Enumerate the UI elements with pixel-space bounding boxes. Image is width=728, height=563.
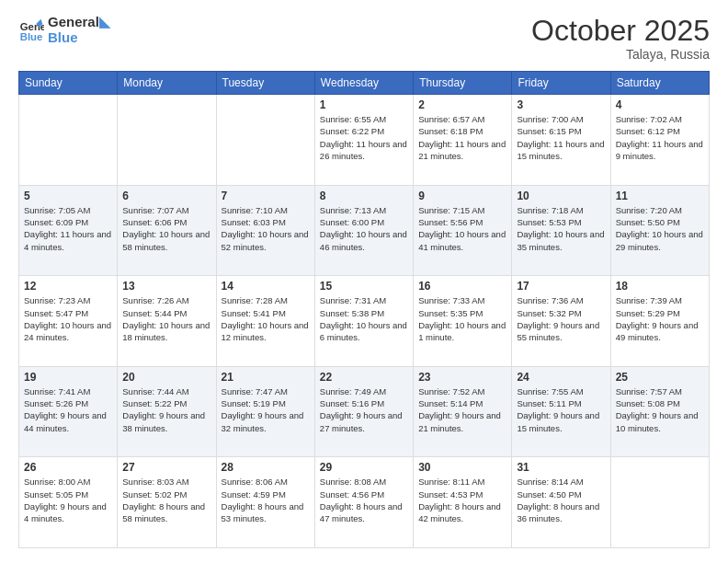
day-number: 26 bbox=[24, 461, 112, 474]
day-info: Sunrise: 7:05 AMSunset: 6:09 PMDaylight:… bbox=[24, 204, 112, 253]
day-number: 25 bbox=[616, 371, 704, 384]
calendar-cell: 3Sunrise: 7:00 AMSunset: 6:15 PMDaylight… bbox=[512, 95, 610, 186]
day-info: Sunrise: 7:41 AMSunset: 5:26 PMDaylight:… bbox=[24, 385, 112, 434]
logo-icon: General Blue bbox=[18, 17, 44, 43]
location: Talaya, Russia bbox=[531, 47, 710, 62]
day-info: Sunrise: 6:55 AMSunset: 6:22 PMDaylight:… bbox=[320, 113, 408, 162]
calendar-cell: 15Sunrise: 7:31 AMSunset: 5:38 PMDayligh… bbox=[314, 276, 413, 367]
calendar-cell: 26Sunrise: 8:00 AMSunset: 5:05 PMDayligh… bbox=[19, 457, 118, 548]
weekday-header-saturday: Saturday bbox=[610, 72, 709, 95]
day-number: 1 bbox=[320, 98, 408, 111]
weekday-header-sunday: Sunday bbox=[19, 72, 118, 95]
calendar-cell: 14Sunrise: 7:28 AMSunset: 5:41 PMDayligh… bbox=[216, 276, 314, 367]
day-info: Sunrise: 8:00 AMSunset: 5:05 PMDaylight:… bbox=[24, 476, 112, 524]
day-number: 9 bbox=[418, 190, 506, 202]
weekday-header-monday: Monday bbox=[118, 72, 216, 95]
day-number: 12 bbox=[24, 280, 112, 293]
week-row-2: 5Sunrise: 7:05 AMSunset: 6:09 PMDaylight… bbox=[19, 185, 710, 276]
day-number: 7 bbox=[222, 190, 310, 202]
day-number: 11 bbox=[616, 190, 704, 202]
calendar-cell: 13Sunrise: 7:26 AMSunset: 5:44 PMDayligh… bbox=[118, 276, 216, 367]
calendar-cell: 31Sunrise: 8:14 AMSunset: 4:50 PMDayligh… bbox=[512, 457, 610, 548]
day-info: Sunrise: 7:15 AMSunset: 5:56 PMDaylight:… bbox=[418, 204, 506, 253]
day-info: Sunrise: 8:14 AMSunset: 4:50 PMDaylight:… bbox=[517, 476, 605, 524]
calendar-cell: 16Sunrise: 7:33 AMSunset: 5:35 PMDayligh… bbox=[414, 276, 512, 367]
calendar-cell bbox=[610, 457, 709, 548]
day-info: Sunrise: 8:11 AMSunset: 4:53 PMDaylight:… bbox=[418, 476, 506, 524]
day-number: 2 bbox=[418, 98, 506, 111]
day-info: Sunrise: 7:13 AMSunset: 6:00 PMDaylight:… bbox=[320, 204, 408, 253]
calendar-cell: 1Sunrise: 6:55 AMSunset: 6:22 PMDaylight… bbox=[314, 95, 413, 186]
day-number: 10 bbox=[517, 190, 605, 202]
day-number: 28 bbox=[222, 461, 310, 474]
day-info: Sunrise: 7:57 AMSunset: 5:08 PMDaylight:… bbox=[616, 385, 704, 434]
week-row-3: 12Sunrise: 7:23 AMSunset: 5:47 PMDayligh… bbox=[19, 276, 710, 367]
calendar-cell: 30Sunrise: 8:11 AMSunset: 4:53 PMDayligh… bbox=[414, 457, 512, 548]
calendar-cell bbox=[118, 95, 216, 186]
calendar-cell: 24Sunrise: 7:55 AMSunset: 5:11 PMDayligh… bbox=[512, 366, 610, 457]
header: General Blue General◣ Blue October 2025 … bbox=[18, 15, 710, 62]
day-info: Sunrise: 7:44 AMSunset: 5:22 PMDaylight:… bbox=[122, 385, 210, 434]
day-number: 19 bbox=[24, 371, 112, 384]
calendar-cell: 19Sunrise: 7:41 AMSunset: 5:26 PMDayligh… bbox=[19, 366, 118, 457]
day-info: Sunrise: 7:10 AMSunset: 6:03 PMDaylight:… bbox=[222, 204, 310, 253]
day-number: 13 bbox=[122, 280, 210, 293]
day-info: Sunrise: 7:23 AMSunset: 5:47 PMDaylight:… bbox=[24, 294, 112, 343]
weekday-header-tuesday: Tuesday bbox=[216, 72, 314, 95]
calendar-cell: 4Sunrise: 7:02 AMSunset: 6:12 PMDaylight… bbox=[610, 95, 709, 186]
day-info: Sunrise: 7:52 AMSunset: 5:14 PMDaylight:… bbox=[418, 385, 506, 434]
day-number: 5 bbox=[24, 190, 112, 202]
day-info: Sunrise: 7:39 AMSunset: 5:29 PMDaylight:… bbox=[616, 294, 704, 343]
weekday-header-wednesday: Wednesday bbox=[314, 72, 413, 95]
day-number: 22 bbox=[320, 371, 408, 384]
calendar-cell bbox=[216, 95, 314, 186]
calendar-cell: 21Sunrise: 7:47 AMSunset: 5:19 PMDayligh… bbox=[216, 366, 314, 457]
svg-text:Blue: Blue bbox=[20, 30, 43, 41]
day-info: Sunrise: 8:06 AMSunset: 4:59 PMDaylight:… bbox=[222, 476, 310, 524]
day-info: Sunrise: 7:36 AMSunset: 5:32 PMDaylight:… bbox=[517, 294, 605, 343]
calendar-cell: 18Sunrise: 7:39 AMSunset: 5:29 PMDayligh… bbox=[610, 276, 709, 367]
day-number: 29 bbox=[320, 461, 408, 474]
month-title: October 2025 bbox=[531, 15, 710, 47]
calendar-cell: 22Sunrise: 7:49 AMSunset: 5:16 PMDayligh… bbox=[314, 366, 413, 457]
calendar-cell: 6Sunrise: 7:07 AMSunset: 6:06 PMDaylight… bbox=[118, 185, 216, 276]
day-number: 30 bbox=[418, 461, 506, 474]
calendar-cell: 23Sunrise: 7:52 AMSunset: 5:14 PMDayligh… bbox=[414, 366, 512, 457]
day-number: 20 bbox=[122, 371, 210, 384]
day-number: 16 bbox=[418, 280, 506, 293]
weekday-header-friday: Friday bbox=[512, 72, 610, 95]
day-number: 8 bbox=[320, 190, 408, 202]
day-number: 17 bbox=[517, 280, 605, 293]
weekday-header-row: SundayMondayTuesdayWednesdayThursdayFrid… bbox=[19, 72, 710, 95]
day-info: Sunrise: 7:00 AMSunset: 6:15 PMDaylight:… bbox=[517, 113, 605, 162]
weekday-header-thursday: Thursday bbox=[414, 72, 512, 95]
day-number: 18 bbox=[616, 280, 704, 293]
day-number: 15 bbox=[320, 280, 408, 293]
day-info: Sunrise: 7:49 AMSunset: 5:16 PMDaylight:… bbox=[320, 385, 408, 434]
day-info: Sunrise: 7:07 AMSunset: 6:06 PMDaylight:… bbox=[122, 204, 210, 253]
calendar-page: General Blue General◣ Blue October 2025 … bbox=[0, 0, 728, 563]
day-info: Sunrise: 8:08 AMSunset: 4:56 PMDaylight:… bbox=[320, 476, 408, 524]
calendar-cell: 28Sunrise: 8:06 AMSunset: 4:59 PMDayligh… bbox=[216, 457, 314, 548]
calendar-cell: 12Sunrise: 7:23 AMSunset: 5:47 PMDayligh… bbox=[19, 276, 118, 367]
day-number: 3 bbox=[517, 98, 605, 111]
logo: General Blue General◣ Blue bbox=[18, 15, 110, 45]
day-number: 27 bbox=[122, 461, 210, 474]
calendar-cell: 2Sunrise: 6:57 AMSunset: 6:18 PMDaylight… bbox=[414, 95, 512, 186]
week-row-4: 19Sunrise: 7:41 AMSunset: 5:26 PMDayligh… bbox=[19, 366, 710, 457]
calendar-table: SundayMondayTuesdayWednesdayThursdayFrid… bbox=[18, 71, 710, 548]
calendar-cell bbox=[19, 95, 118, 186]
day-number: 14 bbox=[222, 280, 310, 293]
day-info: Sunrise: 7:33 AMSunset: 5:35 PMDaylight:… bbox=[418, 294, 506, 343]
calendar-cell: 8Sunrise: 7:13 AMSunset: 6:00 PMDaylight… bbox=[314, 185, 413, 276]
calendar-cell: 5Sunrise: 7:05 AMSunset: 6:09 PMDaylight… bbox=[19, 185, 118, 276]
calendar-cell: 17Sunrise: 7:36 AMSunset: 5:32 PMDayligh… bbox=[512, 276, 610, 367]
day-info: Sunrise: 7:31 AMSunset: 5:38 PMDaylight:… bbox=[320, 294, 408, 343]
day-number: 4 bbox=[616, 98, 704, 111]
calendar-cell: 27Sunrise: 8:03 AMSunset: 5:02 PMDayligh… bbox=[118, 457, 216, 548]
day-info: Sunrise: 7:20 AMSunset: 5:50 PMDaylight:… bbox=[616, 204, 704, 253]
calendar-cell: 29Sunrise: 8:08 AMSunset: 4:56 PMDayligh… bbox=[314, 457, 413, 548]
day-info: Sunrise: 8:03 AMSunset: 5:02 PMDaylight:… bbox=[122, 476, 210, 524]
week-row-5: 26Sunrise: 8:00 AMSunset: 5:05 PMDayligh… bbox=[19, 457, 710, 548]
day-number: 21 bbox=[222, 371, 310, 384]
